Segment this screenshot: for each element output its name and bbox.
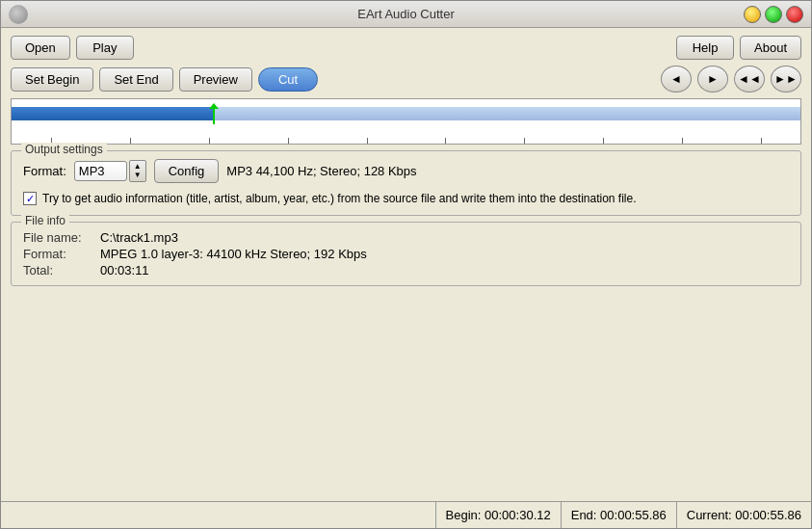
minimize-button[interactable] [744, 6, 761, 23]
format-select-wrapper: MP3 ▲ ▼ [74, 160, 146, 182]
waveform-selected [12, 107, 214, 120]
statusbar: Begin: 00:00:30.12 End: 00:00:55.86 Curr… [1, 501, 811, 528]
open-button[interactable]: Open [11, 36, 70, 60]
waveform-cursor [209, 103, 219, 124]
preview-button[interactable]: Preview [179, 67, 252, 92]
status-empty [1, 502, 436, 528]
set-begin-button[interactable]: Set Begin [11, 67, 93, 92]
begin-time: Begin: 00:00:30.12 [446, 508, 551, 522]
file-info-rows: File name: C:\track1.mp3 Format: MPEG 1.… [23, 230, 789, 278]
maximize-button[interactable] [765, 6, 782, 23]
prev-icon: ◄ [670, 72, 682, 86]
format-file-label: Format: [23, 247, 100, 261]
play-button[interactable]: Play [76, 36, 134, 60]
window-controls [744, 6, 803, 23]
filename-label: File name: [23, 230, 100, 245]
prev-button[interactable]: ◄ [661, 66, 692, 93]
end-time: End: 00:00:55.86 [571, 508, 667, 522]
format-select-arrow[interactable]: ▲ ▼ [129, 160, 146, 182]
format-select[interactable]: MP3 [74, 161, 127, 181]
output-settings-group: Output settings Format: MP3 ▲ ▼ Config M… [11, 150, 801, 216]
toolbar-row-1: Open Play Help About [11, 36, 801, 60]
file-info-label: File info [21, 214, 69, 227]
total-label: Total: [23, 263, 100, 278]
format-label: Format: [23, 164, 66, 178]
format-value: MP3 [79, 164, 105, 178]
cut-button[interactable]: Cut [258, 67, 318, 92]
set-end-button[interactable]: Set End [99, 67, 172, 92]
format-info: MP3 44,100 Hz; Stereo; 128 Kbps [226, 164, 416, 178]
fastfwd-button[interactable]: ►► [771, 66, 801, 93]
app-icon [9, 5, 28, 24]
audio-info-checkbox[interactable] [23, 192, 37, 205]
waveform-area[interactable] [11, 98, 801, 145]
waveform-ruler [12, 124, 800, 144]
transport-controls: ◄ ► ◄◄ ►► [661, 66, 801, 93]
svg-marker-0 [209, 103, 219, 109]
window-title: EArt Audio Cutter [357, 7, 454, 21]
next-button[interactable]: ► [697, 66, 728, 93]
current-time: Current: 00:00:55.86 [687, 508, 801, 522]
close-button[interactable] [786, 6, 803, 23]
rewind-icon: ◄◄ [738, 72, 761, 86]
content-area: Open Play Help About Set Begin Set End P… [1, 28, 811, 501]
toolbar-row-2: Set Begin Set End Preview Cut ◄ ► ◄◄ ►► [11, 66, 801, 93]
file-info-group: File info File name: C:\track1.mp3 Forma… [11, 222, 801, 286]
app-window: EArt Audio Cutter Open Play Help About S… [0, 0, 812, 529]
titlebar: EArt Audio Cutter [1, 1, 811, 28]
help-button[interactable]: Help [676, 36, 734, 60]
format-file-value: MPEG 1.0 layer-3: 44100 kHz Stereo; 192 … [100, 247, 789, 261]
config-button[interactable]: Config [154, 159, 220, 183]
format-row: Format: MP3 ▲ ▼ Config MP3 44,100 Hz; St… [23, 159, 789, 183]
filename-value: C:\track1.mp3 [100, 230, 789, 245]
rewind-button[interactable]: ◄◄ [734, 66, 765, 93]
toolbar-right-1: Help About [676, 36, 801, 60]
checkbox-row: Try to get audio information (title, art… [23, 191, 789, 207]
about-button[interactable]: About [740, 36, 801, 60]
status-begin: Begin: 00:00:30.12 [436, 502, 562, 528]
checkbox-label: Try to get audio information (title, art… [42, 191, 637, 207]
total-value: 00:03:11 [100, 263, 789, 278]
fastfwd-icon: ►► [774, 72, 798, 86]
output-settings-label: Output settings [21, 143, 107, 156]
status-current: Current: 00:00:55.86 [677, 502, 811, 528]
next-icon: ► [707, 72, 719, 86]
status-end: End: 00:00:55.86 [562, 502, 677, 528]
